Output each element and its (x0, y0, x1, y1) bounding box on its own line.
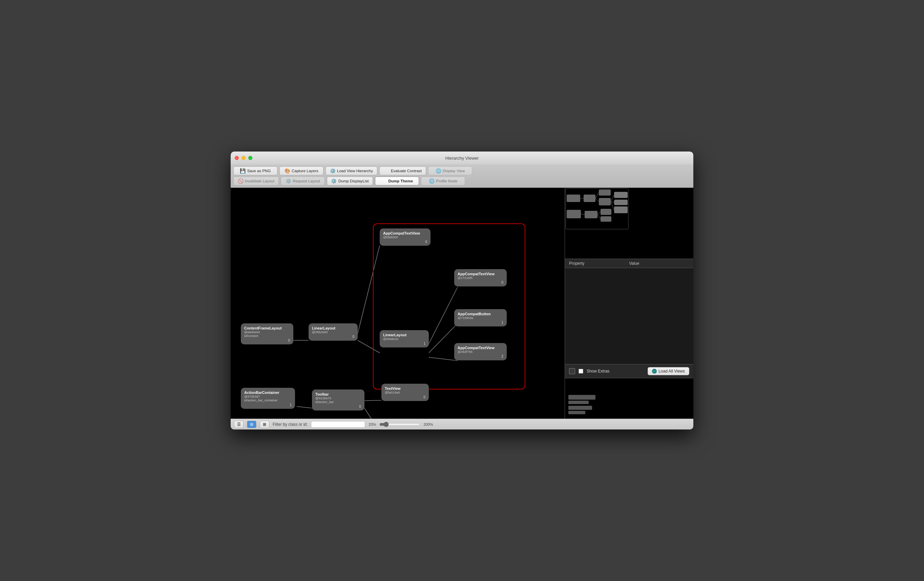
status-bar: ☰ ⊞ ⊞ Filter by class or id: 20% 200% (231, 419, 693, 429)
list-view-toggle[interactable]: ☰ (234, 420, 244, 428)
load-view-hierarchy-button[interactable]: ⚙️ Load View Hierarchy (325, 166, 377, 175)
capture-layers-button[interactable]: 🎨 Capture Layers (279, 166, 323, 175)
invalidate-layout-button[interactable]: 🚫 Invalidate Layout (233, 177, 279, 185)
node-linear-layout-1-name: LinearLayout (312, 326, 354, 330)
svg-line-27 (597, 212, 601, 215)
svg-rect-9 (567, 195, 580, 202)
node-textview[interactable]: TextView @fa019a9 0 (381, 384, 429, 401)
svg-line-4 (429, 323, 458, 353)
node-appcompat-textview-1[interactable]: AppCompatTextView @fdd8000 0 (380, 228, 431, 246)
node-abc-addr: @970b3d7 (244, 394, 292, 398)
title-bar: Hierarchy Viewer (231, 152, 693, 164)
node-appcompat-tv3-addr: @363f756 (458, 350, 503, 354)
node-appcompat-tv1-addr: @fdd8000 (383, 235, 427, 239)
node-content-frame[interactable]: ContentFrameLayout @e840e94 id/content 0 (241, 323, 293, 344)
svg-rect-10 (584, 195, 596, 202)
load-hierarchy-icon: ⚙️ (330, 168, 335, 174)
preview-content (568, 395, 596, 415)
show-extras-label: Show Extras (587, 369, 609, 374)
node-linear-layout-2-addr: @69a9c2c (383, 337, 426, 341)
node-appcompat-btn-num: 1 (501, 321, 503, 324)
node-content-frame-num: 0 (288, 339, 290, 343)
svg-rect-17 (585, 211, 597, 218)
node-appcompat-tv2-name: AppCompatTextView (458, 272, 503, 276)
node-linear-layout-1-addr: @35b2683 (312, 330, 354, 334)
filter-input[interactable] (311, 421, 365, 428)
load-all-views-button[interactable]: Load All Views (648, 367, 689, 375)
extras-checkbox-container (569, 368, 575, 374)
dump-theme-icon (381, 178, 387, 184)
capture-icon: 🎨 (284, 168, 290, 174)
svg-rect-12 (599, 198, 611, 205)
svg-line-2 (358, 245, 380, 334)
preview-rect-3 (568, 406, 592, 410)
preview-rect-2 (568, 401, 589, 404)
request-layout-icon: ⚙️ (285, 178, 291, 184)
profile-node-button[interactable]: 🌐 Profile Node (421, 177, 465, 185)
tree-view-toggle[interactable]: ⊞ (247, 420, 256, 428)
dump-theme-button[interactable]: Dump Theme (375, 177, 419, 185)
properties-panel: Property Value Show Extras Load All View… (565, 259, 693, 378)
display-view-button[interactable]: 🌐 Display View (428, 166, 472, 175)
properties-footer: Show Extras Load All Views (565, 364, 693, 378)
maximize-button[interactable] (248, 156, 252, 160)
request-layout-button[interactable]: ⚙️ Request Layout (281, 177, 325, 185)
node-appcompat-tv1-name: AppCompatTextView (383, 231, 427, 235)
svg-rect-14 (614, 200, 628, 205)
node-appcompat-btn-name: AppCompatButton (458, 312, 503, 316)
display-icon: 🌐 (436, 168, 441, 174)
dump-displaylist-button[interactable]: ⚙️ Dump DisplayList (327, 177, 373, 185)
contrast-icon (384, 168, 389, 174)
svg-rect-19 (601, 216, 611, 222)
node-appcompat-btn-addr: @7109c8a (458, 316, 503, 319)
node-content-frame-addr: @e840e94 (244, 330, 290, 334)
window-title: Hierarchy Viewer (446, 156, 479, 161)
save-png-button[interactable]: 💾 Save as PNG (233, 166, 277, 175)
node-linear-layout-2-num: 1 (423, 342, 426, 346)
show-extras-checkbox[interactable] (579, 369, 583, 374)
node-appcompat-tv1-num: 0 (425, 240, 427, 244)
node-linear-layout-1-num: 0 (352, 335, 354, 339)
node-appcompat-textview-2[interactable]: AppCompatTextView @17216f5 0 (454, 269, 507, 286)
toolbar-row-1: 💾 Save as PNG 🎨 Capture Layers ⚙️ Load V… (233, 166, 691, 175)
grid-view-toggle[interactable]: ⊞ (260, 420, 269, 428)
svg-line-5 (429, 357, 458, 361)
node-appcompat-button[interactable]: AppCompatButton @7109c8a 1 (454, 309, 507, 326)
node-abc-resource: id/action_bar_container (244, 398, 292, 402)
zoom-min-label: 20% (368, 422, 376, 426)
svg-line-25 (611, 202, 614, 210)
toolbar-row-2: 🚫 Invalidate Layout ⚙️ Request Layout ⚙️… (233, 177, 691, 185)
svg-rect-18 (601, 209, 611, 215)
close-button[interactable] (235, 156, 239, 160)
profile-icon: 🌐 (429, 178, 434, 184)
node-action-bar-container[interactable]: ActionBarContainer @970b3d7 id/action_ba… (241, 388, 295, 409)
node-appcompat-textview-3[interactable]: AppCompatTextView @363f756 2 (454, 343, 507, 360)
hierarchy-canvas-area[interactable]: ContentFrameLayout @e840e94 id/content 0… (231, 188, 564, 419)
svg-rect-16 (567, 210, 581, 218)
selection-box (373, 223, 525, 389)
svg-line-8 (365, 408, 381, 419)
dump-list-icon: ⚙️ (331, 178, 337, 184)
node-linear-layout-1[interactable]: LinearLayout @35b2683 0 (309, 323, 358, 341)
preview-rect-4 (568, 411, 585, 414)
toolbar: 💾 Save as PNG 🎨 Capture Layers ⚙️ Load V… (231, 164, 693, 188)
invalidate-icon: 🚫 (238, 178, 243, 184)
evaluate-contrast-button[interactable]: Evaluate Contrast (380, 166, 426, 175)
node-toolbar[interactable]: Toolbar @922b673 id/action_bar 0 (312, 389, 365, 411)
preview-panel (565, 378, 693, 419)
node-abc-name: ActionBarContainer (244, 391, 292, 394)
main-window: Hierarchy Viewer 💾 Save as PNG 🎨 Capture… (231, 152, 693, 429)
right-panel: Property Value Show Extras Load All View… (564, 188, 693, 419)
zoom-slider[interactable] (380, 422, 420, 427)
filter-label: Filter by class or id: (273, 422, 307, 427)
svg-line-26 (581, 214, 585, 215)
zoom-max-label: 200% (423, 422, 433, 426)
node-appcompat-tv3-num: 2 (501, 354, 503, 358)
node-abc-num: 1 (290, 403, 292, 407)
node-linear-layout-2[interactable]: LinearLayout @69a9c2c 1 (380, 330, 429, 348)
svg-line-23 (611, 195, 614, 202)
node-appcompat-tv2-addr: @17216f5 (458, 276, 503, 280)
node-tv-addr: @fa019a9 (385, 391, 426, 394)
node-tv-name: TextView (385, 386, 426, 391)
minimize-button[interactable] (241, 156, 246, 160)
